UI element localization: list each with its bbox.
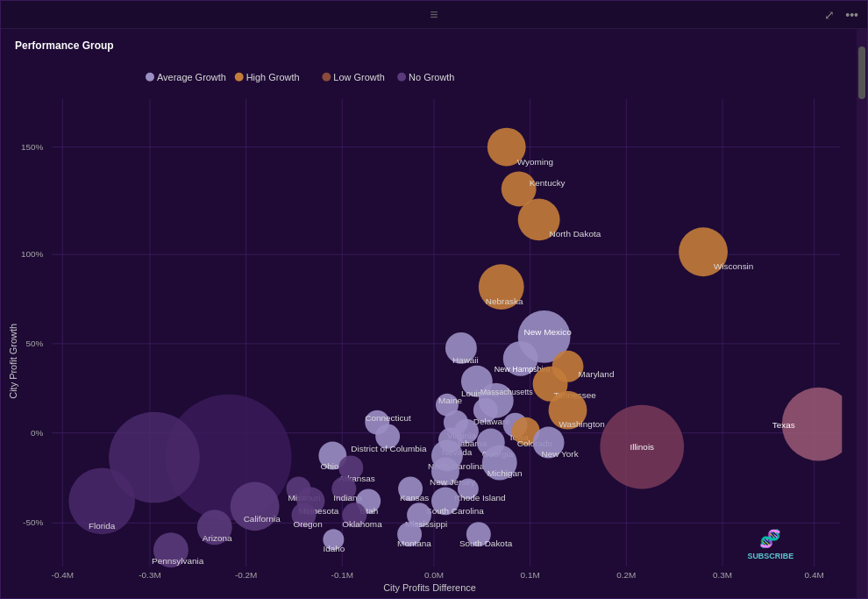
chart-svg: Average Growth High Growth Low Growth No… (1, 29, 867, 598)
svg-point-0 (146, 73, 154, 82)
svg-text:0%: 0% (31, 428, 44, 438)
label-nebraska: Nebraska (486, 296, 523, 306)
svg-text:100%: 100% (21, 249, 44, 259)
svg-text:0.3M: 0.3M (713, 570, 732, 580)
svg-text:0.2M: 0.2M (616, 570, 636, 580)
svg-text:0.4M: 0.4M (805, 570, 824, 580)
svg-text:150%: 150% (21, 142, 44, 152)
label-oklahoma: Oklahoma (342, 519, 382, 529)
svg-text:City Profits Difference: City Profits Difference (383, 582, 476, 593)
label-southcarolina: South Carolina (426, 506, 484, 516)
svg-text:City Profit Growth: City Profit Growth (8, 324, 18, 399)
svg-text:↖: ↖ (674, 596, 683, 598)
svg-text:Low Growth: Low Growth (333, 72, 384, 82)
title-bar-controls: ⤢ ••• (824, 8, 858, 22)
svg-text:High Growth: High Growth (246, 72, 300, 82)
label-ohio: Ohio (320, 461, 338, 471)
svg-text:-0.2M: -0.2M (235, 570, 257, 580)
subscribe-watermark: 🧬 SUBSCRIBE (747, 528, 793, 560)
main-window: ≡ ⤢ ••• Performance Group Average Growth… (0, 0, 868, 599)
svg-text:-0.4M: -0.4M (52, 570, 74, 580)
svg-text:🧬: 🧬 (759, 528, 781, 549)
svg-point-6 (397, 73, 406, 82)
label-hawaii: Hawaii (452, 355, 479, 365)
label-rhodeisland: Rhode Island (454, 493, 506, 503)
scrollbar-right[interactable] (857, 29, 867, 598)
expand-icon[interactable]: ⤢ (824, 8, 835, 22)
label-kentucky: Kentucky (530, 178, 566, 188)
label-dc: District of Columbia (351, 444, 427, 453)
more-options-icon[interactable]: ••• (845, 8, 858, 22)
label-southdakota: South Dakota (459, 538, 513, 548)
svg-text:No Growth: No Growth (409, 72, 454, 82)
label-oregon: Oregon (293, 519, 322, 529)
label-florida: Florida (89, 521, 116, 531)
label-illinois: Illinois (630, 442, 654, 452)
svg-text:0.1M: 0.1M (521, 570, 540, 580)
label-arizona: Arizona (203, 533, 232, 543)
label-kansas: Kansas (400, 493, 429, 503)
label-massachusetts: Massachusetts (480, 388, 533, 396)
label-northdakota: North Dakota (550, 229, 601, 239)
label-pennsylvania: Pennsylvania (152, 556, 204, 566)
label-wyoming: Wyoming (517, 157, 553, 167)
label-newmexico: New Mexico (523, 327, 572, 337)
svg-text:Average Growth: Average Growth (157, 72, 226, 82)
label-maryland: Maryland (578, 369, 614, 379)
svg-point-4 (322, 73, 331, 82)
svg-text:-0.1M: -0.1M (331, 570, 353, 580)
chart-area: Performance Group Average Growth High Gr… (1, 29, 867, 598)
svg-text:SUBSCRIBE: SUBSCRIBE (747, 552, 793, 560)
svg-text:0.0M: 0.0M (424, 570, 444, 580)
label-maine: Maine (438, 396, 463, 405)
label-newyork: New York (542, 449, 579, 459)
drag-handle-icon: ≡ (430, 7, 438, 23)
label-texas: Texas (772, 420, 795, 430)
label-california: California (244, 514, 281, 524)
svg-point-2 (235, 73, 244, 82)
label-wisconsin: Wisconsin (714, 261, 753, 271)
label-washington: Washington (559, 419, 605, 429)
label-idaho: Idaho (323, 544, 345, 553)
scrollbar-thumb[interactable] (858, 46, 865, 99)
label-montana: Montana (397, 538, 431, 548)
label-michigan: Michigan (487, 468, 523, 478)
svg-text:-50%: -50% (23, 517, 43, 527)
label-connecticut: Connecticut (365, 413, 411, 423)
title-bar: ≡ ⤢ ••• (1, 1, 867, 29)
svg-text:-0.3M: -0.3M (139, 570, 160, 580)
svg-text:50%: 50% (25, 339, 43, 348)
